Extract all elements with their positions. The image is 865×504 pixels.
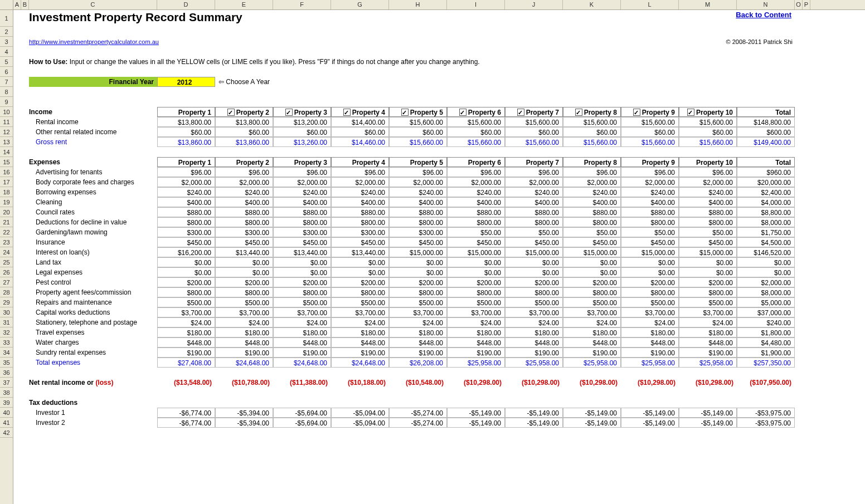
page-title-text: Investment Property Record Summary xyxy=(29,12,618,22)
include-property-checkbox-2[interactable] xyxy=(227,109,235,116)
row-header-35[interactable]: 35 xyxy=(0,358,13,368)
row-header-30[interactable]: 30 xyxy=(0,307,13,317)
row-header-19[interactable]: 19 xyxy=(0,197,13,207)
column-header-B[interactable]: B xyxy=(21,0,29,9)
row-header-9[interactable]: 9 xyxy=(0,97,13,107)
data-cell: $300.00 xyxy=(215,227,273,237)
row-header-31[interactable]: 31 xyxy=(0,317,13,327)
data-cell: $15,000.00 xyxy=(505,247,563,257)
column-header-J[interactable]: J xyxy=(505,0,563,9)
row-header-25[interactable]: 25 xyxy=(0,257,13,267)
row-header-18[interactable]: 18 xyxy=(0,187,13,197)
row-header-13[interactable]: 13 xyxy=(0,137,13,147)
financial-year-input[interactable]: 2012 xyxy=(157,77,215,87)
row-header-40[interactable]: 40 xyxy=(0,408,13,418)
row-header-5[interactable]: 5 xyxy=(0,57,13,67)
row-header-26[interactable]: 26 xyxy=(0,267,13,277)
data-cell: $880.00 xyxy=(563,207,621,217)
row-header-20[interactable]: 20 xyxy=(0,207,13,217)
row-header-24[interactable]: 24 xyxy=(0,247,13,257)
external-link-text[interactable]: http://www.investmentpropertycalculator.… xyxy=(29,38,159,45)
row-header-42[interactable]: 42 xyxy=(0,428,13,438)
select-all-corner[interactable] xyxy=(0,0,13,10)
data-cell: $0.00 xyxy=(505,267,563,277)
row-header-3[interactable]: 3 xyxy=(0,37,13,47)
column-header-A[interactable]: A xyxy=(13,0,21,9)
how-to-use: How to Use: Input or change the values i… xyxy=(29,57,795,67)
data-cell: $800.00 xyxy=(505,287,563,297)
column-header-C[interactable]: C xyxy=(29,0,157,9)
property-header-4: Property 4 xyxy=(331,157,389,167)
include-property-checkbox-10[interactable] xyxy=(687,109,694,116)
row-header-23[interactable]: 23 xyxy=(0,237,13,247)
data-cell: $240.00 xyxy=(447,187,505,197)
include-property-checkbox-8[interactable] xyxy=(575,109,582,116)
include-property-checkbox-3[interactable] xyxy=(285,109,293,116)
column-header-I[interactable]: I xyxy=(447,0,505,9)
external-link[interactable]: http://www.investmentpropertycalculator.… xyxy=(29,37,447,47)
include-property-checkbox-9[interactable] xyxy=(633,109,640,116)
property-header-text-9: Property 9 xyxy=(642,109,675,116)
worksheet-grid[interactable]: Investment Property Record SummaryBack t… xyxy=(13,10,865,504)
row-header-27[interactable]: 27 xyxy=(0,277,13,287)
row-header-16[interactable]: 16 xyxy=(0,167,13,177)
include-property-checkbox-7[interactable] xyxy=(517,109,524,116)
data-cell: $15,000.00 xyxy=(447,247,505,257)
row-label: Legal expenses xyxy=(29,267,157,277)
data-cell: $800.00 xyxy=(389,217,447,227)
net-value: ($10,548.00) xyxy=(389,378,447,388)
data-cell: $400.00 xyxy=(563,197,621,207)
data-cell: $0.00 xyxy=(215,257,273,267)
data-cell: $60.00 xyxy=(621,127,679,137)
column-header-K[interactable]: K xyxy=(563,0,621,9)
row-header-29[interactable]: 29 xyxy=(0,297,13,307)
column-header-O[interactable]: O xyxy=(795,0,803,9)
column-header-L[interactable]: L xyxy=(621,0,679,9)
back-to-content-link-text[interactable]: Back to Content xyxy=(736,11,791,19)
column-header-E[interactable]: E xyxy=(215,0,273,9)
column-header-P[interactable]: P xyxy=(803,0,810,9)
data-cell: $2,000.00 xyxy=(157,177,215,187)
row-header-33[interactable]: 33 xyxy=(0,337,13,348)
row-header-1[interactable]: 1 xyxy=(0,10,13,27)
row-header-34[interactable]: 34 xyxy=(0,348,13,358)
row-header-11[interactable]: 11 xyxy=(0,117,13,127)
column-header-F[interactable]: F xyxy=(273,0,331,9)
row-header-17[interactable]: 17 xyxy=(0,177,13,187)
column-header-H[interactable]: H xyxy=(389,0,447,9)
financial-year-hint: ⇦ Choose A Year xyxy=(215,77,447,87)
column-header-N[interactable]: N xyxy=(737,0,795,9)
include-property-checkbox-4[interactable] xyxy=(343,109,351,116)
row-header-14[interactable]: 14 xyxy=(0,147,13,157)
row-header-15[interactable]: 15 xyxy=(0,157,13,167)
row-header-8[interactable]: 8 xyxy=(0,87,13,97)
row-header-22[interactable]: 22 xyxy=(0,227,13,237)
property-header-10: Property 10 xyxy=(679,157,737,167)
row-header-4[interactable]: 4 xyxy=(0,47,13,57)
row-header-32[interactable]: 32 xyxy=(0,327,13,337)
row-header-6[interactable]: 6 xyxy=(0,67,13,77)
row-header-41[interactable]: 41 xyxy=(0,418,13,428)
column-header-D[interactable]: D xyxy=(157,0,215,9)
row-header-7[interactable]: 7 xyxy=(0,77,13,87)
row-header-37[interactable]: 37 xyxy=(0,378,13,388)
data-cell: $15,600.00 xyxy=(621,117,679,127)
back-to-content-link[interactable]: Back to Content xyxy=(621,10,795,27)
row-header-28[interactable]: 28 xyxy=(0,287,13,297)
row-header-38[interactable]: 38 xyxy=(0,388,13,398)
net-value: ($10,298.00) xyxy=(679,378,737,388)
row-header-2[interactable]: 2 xyxy=(0,27,13,37)
data-cell: $880.00 xyxy=(157,207,215,217)
row-label: Pest control xyxy=(29,277,157,287)
row-header-21[interactable]: 21 xyxy=(0,217,13,227)
row-header-39[interactable]: 39 xyxy=(0,398,13,408)
column-header-M[interactable]: M xyxy=(679,0,737,9)
row-header-12[interactable]: 12 xyxy=(0,127,13,137)
include-property-checkbox-5[interactable] xyxy=(401,109,409,116)
data-cell: $190.00 xyxy=(331,348,389,358)
data-cell: $800.00 xyxy=(331,287,389,297)
include-property-checkbox-6[interactable] xyxy=(459,109,466,116)
row-header-10[interactable]: 10 xyxy=(0,107,13,117)
row-header-36[interactable]: 36 xyxy=(0,368,13,378)
column-header-G[interactable]: G xyxy=(331,0,389,9)
